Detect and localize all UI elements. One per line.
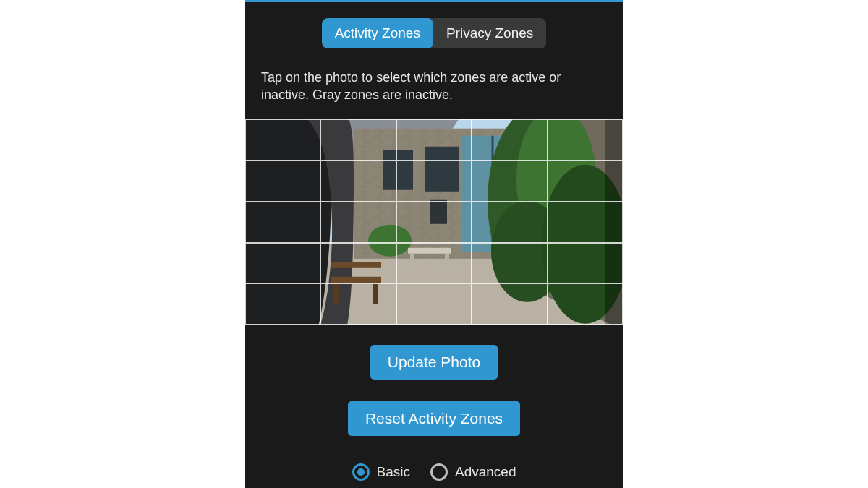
- svg-point-16: [368, 225, 412, 257]
- tabs-row: Activity Zones Privacy Zones: [245, 2, 623, 61]
- update-photo-button[interactable]: Update Photo: [370, 345, 498, 380]
- tab-privacy-zones[interactable]: Privacy Zones: [433, 18, 546, 48]
- radio-basic[interactable]: Basic: [352, 463, 410, 481]
- tab-activity-zones[interactable]: Activity Zones: [322, 18, 433, 48]
- reset-activity-zones-button[interactable]: Reset Activity Zones: [348, 401, 520, 436]
- buttons-area: Update Photo Reset Activity Zones: [245, 325, 623, 450]
- segmented-control: Activity Zones Privacy Zones: [322, 18, 547, 48]
- instructions-text: Tap on the photo to select which zones a…: [245, 61, 623, 120]
- radio-selected-icon: [352, 463, 370, 481]
- svg-rect-17: [331, 277, 381, 284]
- svg-rect-22: [410, 254, 414, 267]
- app-panel: Activity Zones Privacy Zones Tap on the …: [245, 0, 623, 488]
- svg-rect-8: [430, 200, 447, 224]
- svg-rect-19: [373, 284, 378, 304]
- svg-rect-20: [331, 262, 381, 268]
- svg-rect-18: [333, 284, 339, 304]
- svg-rect-6: [383, 150, 413, 190]
- radio-unselected-icon: [430, 463, 448, 481]
- mode-radio-group: Basic Advanced: [245, 450, 623, 488]
- svg-rect-24: [605, 119, 623, 325]
- camera-photo[interactable]: [245, 119, 623, 325]
- svg-rect-21: [408, 248, 451, 254]
- radio-basic-label: Basic: [377, 464, 410, 480]
- radio-advanced-label: Advanced: [455, 464, 516, 480]
- svg-rect-23: [445, 254, 449, 267]
- radio-advanced[interactable]: Advanced: [430, 463, 516, 481]
- camera-photo-image: [245, 119, 623, 325]
- svg-rect-7: [425, 147, 459, 192]
